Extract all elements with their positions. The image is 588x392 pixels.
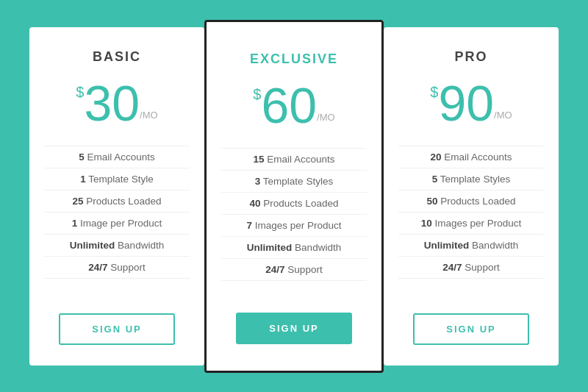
feature-item-basic-5: 24/7 Support [44,257,190,279]
feature-bold-basic-1: 1 [80,174,86,185]
feature-bold-exclusive-3: 7 [246,220,252,231]
feature-bold-pro-4: Unlimited [424,240,470,251]
feature-item-exclusive-4: Unlimited Bandwidth [221,237,367,259]
feature-bold-pro-2: 50 [427,196,438,207]
feature-bold-exclusive-4: Unlimited [247,242,293,253]
features-list-pro: 20 Email Accounts5 Template Styles50 Pro… [398,146,544,296]
feature-item-pro-0: 20 Email Accounts [398,146,544,168]
feature-bold-pro-3: 10 [421,218,432,229]
price-block-basic: $30/MO [76,78,157,128]
feature-item-exclusive-3: 7 Images per Product [221,215,367,237]
price-period-basic: /MO [140,110,158,121]
feature-bold-exclusive-5: 24/7 [265,264,284,275]
feature-item-exclusive-5: 24/7 Support [221,259,367,281]
feature-bold-exclusive-1: 3 [255,176,261,187]
signup-button-exclusive[interactable]: SIGN UP [236,313,352,344]
feature-item-basic-1: 1 Template Style [44,168,190,190]
currency-symbol-basic: $ [76,84,84,101]
feature-item-pro-4: Unlimited Bandwidth [398,235,544,257]
feature-item-basic-2: 25 Products Loaded [44,190,190,213]
price-period-exclusive: /MO [317,112,335,123]
signup-button-pro[interactable]: SIGN UP [413,313,529,345]
features-list-basic: 5 Email Accounts1 Template Style25 Produ… [44,146,190,296]
feature-bold-pro-0: 20 [430,152,441,163]
feature-item-pro-2: 50 Products Loaded [398,190,544,213]
price-block-pro: $90/MO [430,78,512,128]
feature-item-exclusive-0: 15 Email Accounts [221,148,367,171]
pricing-container: BASIC$30/MO5 Email Accounts1 Template St… [29,27,559,366]
plan-card-exclusive: EXCLUSIVE$60/MO15 Email Accounts3 Templa… [204,20,384,373]
feature-bold-basic-2: 25 [73,196,84,207]
plan-name-exclusive: EXCLUSIVE [250,51,338,67]
feature-item-basic-3: 1 Image per Product [44,213,190,235]
feature-bold-basic-0: 5 [79,152,85,163]
feature-bold-basic-4: Unlimited [70,240,115,251]
feature-bold-basic-3: 1 [72,218,78,229]
feature-bold-exclusive-0: 15 [253,154,264,165]
price-amount-pro: 90 [438,78,494,128]
price-block-exclusive: $60/MO [253,80,334,130]
feature-bold-pro-1: 5 [432,174,438,185]
feature-item-basic-4: Unlimited Bandwidth [44,235,190,257]
feature-item-exclusive-2: 40 Products Loaded [221,193,367,215]
currency-symbol-pro: $ [430,84,438,101]
features-list-exclusive: 15 Email Accounts3 Template Styles40 Pro… [221,148,367,295]
price-period-pro: /MO [494,110,512,121]
plan-name-pro: PRO [454,49,487,65]
signup-button-basic[interactable]: SIGN UP [59,313,175,345]
feature-bold-pro-5: 24/7 [442,262,462,273]
feature-item-pro-1: 5 Template Styles [398,168,544,190]
feature-item-exclusive-1: 3 Template Styles [221,171,367,193]
currency-symbol-exclusive: $ [253,86,261,103]
price-amount-exclusive: 60 [261,80,317,130]
feature-item-pro-3: 10 Images per Product [398,213,544,235]
feature-bold-exclusive-2: 40 [250,198,261,209]
feature-item-basic-0: 5 Email Accounts [44,146,190,168]
price-amount-basic: 30 [84,78,140,128]
feature-bold-basic-5: 24/7 [88,262,107,273]
feature-item-pro-5: 24/7 Support [398,257,544,279]
plan-card-pro: PRO$90/MO20 Email Accounts5 Template Sty… [384,27,559,366]
plan-name-basic: BASIC [93,49,141,65]
plan-card-basic: BASIC$30/MO5 Email Accounts1 Template St… [29,27,204,366]
